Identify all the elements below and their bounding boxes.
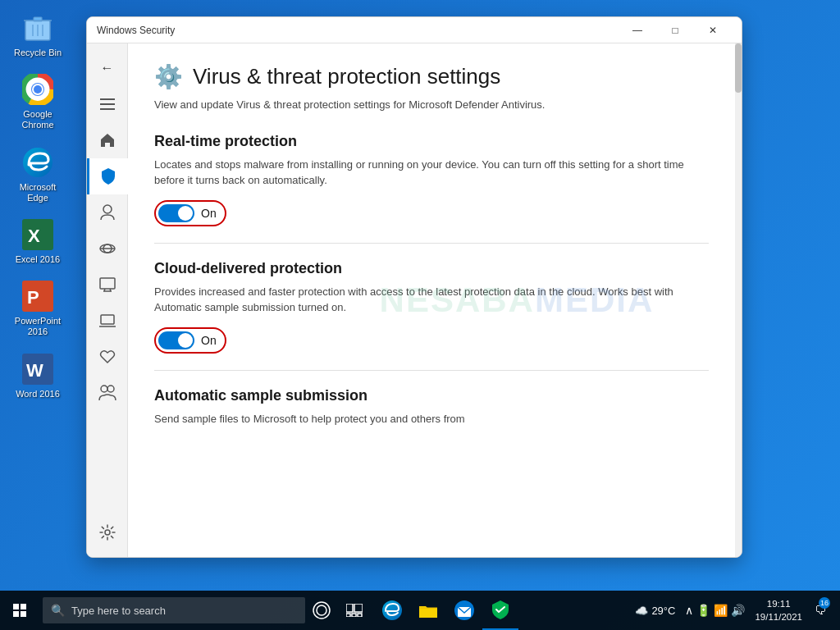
page-header-icon: ⚙️ — [154, 63, 183, 90]
svg-rect-43 — [358, 614, 362, 617]
desktop-icon-powerpoint-2016[interactable]: P PowerPoint 2016 — [8, 276, 67, 340]
sidebar-item-monitor[interactable] — [87, 267, 128, 303]
recycle-bin-icon — [21, 11, 54, 44]
toggle-switch-cloud[interactable] — [158, 331, 194, 349]
svg-rect-18 — [100, 103, 115, 105]
toggle-row-cloud: On — [154, 327, 709, 354]
minimize-button[interactable]: — — [619, 17, 656, 43]
toggle-knob-real-time — [178, 206, 193, 221]
clock-time: 19:11 — [755, 597, 802, 610]
svg-point-31 — [107, 386, 114, 392]
word-label: Word 2016 — [16, 389, 60, 399]
tray-weather[interactable]: ☁️ 29°C — [630, 605, 680, 617]
svg-rect-41 — [346, 614, 350, 617]
svg-point-38 — [317, 605, 326, 615]
sidebar-item-shield[interactable] — [87, 158, 128, 194]
sidebar-item-health[interactable] — [87, 339, 128, 375]
taskbar: 🔍 Type here to search — [0, 591, 840, 630]
scrollbar-thumb[interactable] — [735, 43, 742, 93]
section-cloud-delivered-protection: Cloud-delivered protection Provides incr… — [154, 260, 709, 354]
toggle-knob-cloud — [178, 333, 193, 348]
section-title-cloud: Cloud-delivered protection — [154, 260, 709, 277]
window-controls: — □ ✕ — [619, 17, 732, 43]
svg-rect-39 — [346, 604, 353, 612]
sidebar-item-laptop[interactable] — [87, 303, 128, 339]
tray-system-icons: ∧ 🔋 📶 🔊 — [680, 604, 750, 617]
taskbar-app-explorer[interactable] — [410, 591, 446, 630]
edge-label: Microsoft Edge — [11, 182, 64, 203]
sidebar-item-home[interactable] — [87, 122, 128, 158]
word-icon: W — [21, 353, 54, 386]
titlebar: Windows Security — □ ✕ — [87, 17, 742, 43]
scrollbar[interactable] — [735, 43, 742, 557]
sidebar-item-family[interactable] — [87, 375, 128, 411]
network-icon[interactable]: 📶 — [714, 604, 728, 617]
window-body: ← — [87, 43, 742, 557]
taskbar-apps — [374, 591, 518, 630]
svg-rect-35 — [13, 611, 19, 617]
volume-icon[interactable]: 🔊 — [731, 604, 745, 617]
svg-rect-42 — [352, 614, 356, 617]
toggle-switch-real-time[interactable] — [158, 204, 194, 222]
windows-security-window: Windows Security — □ ✕ ← — [86, 16, 742, 558]
svg-rect-24 — [100, 278, 115, 289]
maximize-button[interactable]: □ — [656, 17, 694, 43]
notification-button[interactable]: 🗨 16 — [807, 591, 833, 630]
section-desc-real-time: Locates and stops malware from installin… — [154, 157, 709, 189]
sidebar-back-button[interactable]: ← — [87, 50, 128, 86]
page-subtitle: View and update Virus & threat protectio… — [154, 97, 709, 113]
toggle-row-real-time: On — [154, 200, 709, 226]
recycle-bin-label: Recycle Bin — [14, 48, 62, 58]
sidebar-item-network[interactable] — [87, 231, 128, 267]
desktop-icons: Recycle Bin Google Chrome — [8, 8, 67, 403]
taskbar-app-mail[interactable] — [446, 591, 482, 630]
desktop: Recycle Bin Google Chrome — [0, 0, 840, 630]
chevron-up-icon[interactable]: ∧ — [685, 604, 693, 617]
desktop-icon-google-chrome[interactable]: Google Chrome — [8, 70, 67, 134]
svg-text:W: W — [26, 360, 43, 381]
divider-1 — [154, 243, 709, 244]
svg-point-20 — [103, 205, 112, 213]
svg-point-32 — [105, 530, 110, 535]
divider-2 — [154, 370, 709, 371]
taskbar-search-placeholder: Type here to search — [71, 605, 166, 617]
section-title-sample: Automatic sample submission — [154, 387, 709, 404]
toggle-real-time-protection[interactable]: On — [154, 200, 226, 226]
svg-point-37 — [313, 602, 330, 619]
task-view-button[interactable] — [338, 591, 371, 630]
sidebar-item-settings[interactable] — [87, 514, 128, 550]
system-clock[interactable]: 19:11 19/11/2021 — [750, 597, 807, 623]
desktop-icon-microsoft-edge[interactable]: Microsoft Edge — [8, 143, 67, 207]
sidebar-hamburger[interactable] — [87, 86, 128, 122]
cortana-button[interactable] — [305, 591, 338, 630]
toggle-cloud-protection[interactable]: On — [154, 327, 226, 354]
battery-icon[interactable]: 🔋 — [696, 604, 710, 617]
taskbar-app-security[interactable] — [482, 591, 518, 630]
toggle-label-cloud: On — [201, 334, 217, 347]
svg-rect-40 — [354, 604, 363, 612]
weather-icon: ☁️ — [635, 605, 648, 617]
system-tray: ☁️ 29°C ∧ 🔋 📶 🔊 19:11 19/11/2021 🗨 16 — [630, 591, 840, 630]
svg-rect-33 — [13, 604, 19, 609]
edge-icon — [21, 146, 54, 179]
desktop-icon-word-2016[interactable]: W Word 2016 — [8, 349, 67, 403]
taskbar-search-icon: 🔍 — [51, 604, 65, 617]
svg-text:P: P — [27, 287, 39, 308]
notification-badge: 16 — [819, 597, 830, 609]
desktop-icon-recycle-bin[interactable]: Recycle Bin — [8, 8, 67, 62]
svg-point-9 — [34, 85, 42, 94]
desktop-icon-excel-2016[interactable]: X Excel 2016 — [8, 215, 67, 268]
powerpoint-label: PowerPoint 2016 — [11, 316, 64, 337]
page-title: Virus & threat protection settings — [193, 64, 500, 89]
chrome-icon — [21, 73, 54, 106]
sidebar: ← — [87, 43, 128, 557]
svg-rect-28 — [101, 315, 114, 324]
taskbar-app-edge[interactable] — [374, 591, 410, 630]
close-button[interactable]: ✕ — [694, 17, 732, 43]
sidebar-item-person[interactable] — [87, 194, 128, 231]
taskbar-search[interactable]: 🔍 Type here to search — [43, 597, 305, 623]
excel-icon: X — [21, 218, 54, 251]
section-desc-sample: Send sample files to Microsoft to help p… — [154, 411, 709, 427]
start-button[interactable] — [0, 591, 39, 630]
section-desc-cloud: Provides increased and faster protection… — [154, 284, 709, 316]
